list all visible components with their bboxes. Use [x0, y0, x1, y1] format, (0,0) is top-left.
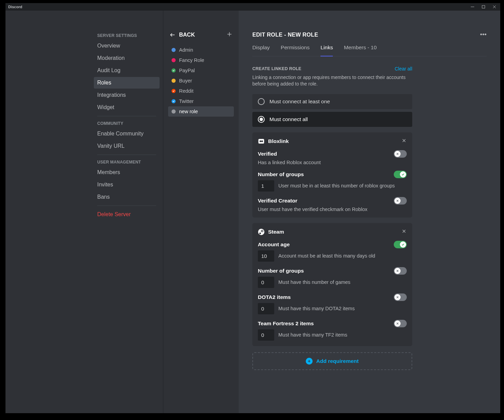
- role-color-dot: [172, 79, 176, 83]
- role-name: PayPal: [179, 68, 195, 73]
- content-area: SERVER SETTINGSOverviewModerationAudit L…: [5, 11, 500, 413]
- add-requirement-button[interactable]: Add requirement: [252, 352, 412, 370]
- remove-card-button[interactable]: [401, 138, 407, 145]
- role-item[interactable]: Reddit: [168, 86, 234, 96]
- tab-display[interactable]: Display: [252, 44, 270, 56]
- requirement-row: Number of groupsUser must be in at least…: [258, 171, 407, 192]
- plus-icon: [226, 31, 232, 37]
- sidebar-item-enable-community[interactable]: Enable Community: [94, 128, 160, 140]
- toggle[interactable]: [394, 171, 407, 178]
- requirement-row: Account ageAccount must be at least this…: [258, 241, 407, 262]
- requirement-name: Number of groups: [258, 171, 304, 178]
- sidebar-section-title: SERVER SETTINGS: [94, 31, 160, 40]
- requirement-name: Verified Creator: [258, 198, 297, 204]
- sidebar-item-delete-server[interactable]: Delete Server: [94, 209, 160, 220]
- requirement-number-input[interactable]: [258, 250, 274, 262]
- add-role-button[interactable]: [226, 31, 232, 39]
- sidebar-item-integrations[interactable]: Integrations: [94, 89, 160, 101]
- requirement-row: Verified CreatorUser must have the verif…: [258, 197, 407, 212]
- maximize-button[interactable]: [479, 3, 488, 10]
- requirement-name: Verified: [258, 151, 277, 157]
- requirement-row: Number of groupsMust have this number of…: [258, 267, 407, 288]
- toggle[interactable]: [394, 241, 407, 248]
- radio-label: Must connect at least one: [269, 99, 330, 105]
- toggle[interactable]: [394, 320, 407, 327]
- requirement-number-input[interactable]: [258, 277, 274, 288]
- settings-sidebar: SERVER SETTINGSOverviewModerationAudit L…: [5, 11, 163, 413]
- titlebar-buttons: [468, 3, 499, 10]
- add-requirement-label: Add requirement: [316, 358, 358, 364]
- role-editor: ESC EDIT ROLE - NEW ROLE ••• DisplayPerm…: [239, 11, 500, 413]
- toggle[interactable]: [394, 197, 407, 205]
- close-icon: [401, 138, 407, 143]
- role-name: Fancy Role: [179, 57, 204, 63]
- app-name: Steam: [268, 229, 284, 235]
- role-color-dot: [172, 109, 176, 114]
- requirement-name: Account age: [258, 241, 290, 248]
- back-label: BACK: [179, 32, 195, 38]
- role-color-dot: [172, 89, 176, 93]
- svg-point-6: [262, 231, 263, 232]
- radio-icon: [258, 98, 265, 105]
- sidebar-item-members[interactable]: Members: [94, 167, 160, 178]
- role-item[interactable]: Buyer: [168, 76, 234, 86]
- role-item[interactable]: Fancy Role: [168, 55, 234, 65]
- clear-all-button[interactable]: Clear all: [395, 66, 412, 71]
- connect-mode-radio[interactable]: Must connect all: [252, 112, 412, 127]
- requirement-name: DOTA2 items: [258, 294, 291, 300]
- role-color-dot: [172, 68, 176, 73]
- tabs: DisplayPermissionsLinksMembers - 10: [252, 44, 487, 56]
- role-item[interactable]: PayPal: [168, 65, 234, 76]
- roles-header: BACK: [168, 31, 234, 39]
- requirement-input-description: Must have this number of games: [278, 279, 350, 285]
- role-item[interactable]: Admin: [168, 45, 234, 55]
- divider: [97, 116, 156, 116]
- sidebar-item-widget[interactable]: Widget: [94, 102, 160, 113]
- role-item[interactable]: Twitter: [168, 96, 234, 106]
- toggle[interactable]: [394, 267, 407, 275]
- minimize-button[interactable]: [468, 3, 477, 10]
- roles-list-column: BACK AdminFancy RolePayPalBuyerRedditTwi…: [163, 11, 239, 413]
- sidebar-item-vanity-url[interactable]: Vanity URL: [94, 140, 160, 152]
- requirement-description: User must have the verified checkmark on…: [258, 207, 407, 212]
- titlebar-app-name: Discord: [8, 5, 22, 9]
- requirement-card: BloxlinkVerifiedHas a linked Roblox acco…: [252, 132, 412, 218]
- role-name: Buyer: [179, 78, 192, 83]
- requirement-card: SteamAccount ageAccount must be at least…: [252, 223, 412, 346]
- requirement-input-description: Account must be at least this many days …: [278, 253, 375, 259]
- sidebar-item-invites[interactable]: Invites: [94, 179, 160, 191]
- svg-rect-0: [482, 5, 485, 8]
- divider: [97, 206, 156, 206]
- sidebar-item-bans[interactable]: Bans: [94, 191, 160, 203]
- requirement-input-description: User must be in at least this number of …: [278, 183, 395, 188]
- tab-members[interactable]: Members - 10: [344, 44, 377, 56]
- requirement-description: Has a linked Roblox account: [258, 160, 407, 165]
- sidebar-item-roles[interactable]: Roles: [94, 77, 160, 89]
- more-options-button[interactable]: •••: [480, 31, 487, 38]
- role-item[interactable]: new role: [168, 106, 234, 117]
- requirement-name: Team Fortress 2 items: [258, 320, 314, 327]
- requirement-row: Team Fortress 2 itemsMust have this many…: [258, 320, 407, 341]
- role-color-dot: [172, 48, 176, 52]
- tab-permissions[interactable]: Permissions: [281, 44, 310, 56]
- remove-card-button[interactable]: [401, 228, 407, 235]
- back-button[interactable]: BACK: [169, 32, 195, 38]
- steam-icon: [258, 228, 265, 235]
- requirement-number-input[interactable]: [258, 303, 274, 314]
- sidebar-item-audit-log[interactable]: Audit Log: [94, 65, 160, 76]
- toggle[interactable]: [394, 150, 407, 158]
- close-button[interactable]: [490, 3, 499, 10]
- sidebar-section-title: USER MANAGEMENT: [94, 158, 160, 167]
- plus-circle-icon: [306, 358, 313, 365]
- requirement-row: VerifiedHas a linked Roblox account: [258, 150, 407, 165]
- sidebar-item-overview[interactable]: Overview: [94, 40, 160, 52]
- requirement-number-input[interactable]: [258, 180, 274, 192]
- toggle[interactable]: [394, 293, 407, 301]
- app-header: Steam: [258, 228, 284, 235]
- sidebar-item-moderation[interactable]: Moderation: [94, 52, 160, 64]
- tab-links[interactable]: Links: [320, 44, 333, 56]
- requirement-number-input[interactable]: [258, 329, 274, 341]
- app-name: Bloxlink: [268, 138, 289, 144]
- connect-mode-radio[interactable]: Must connect at least one: [252, 94, 412, 109]
- role-name: Admin: [179, 47, 193, 53]
